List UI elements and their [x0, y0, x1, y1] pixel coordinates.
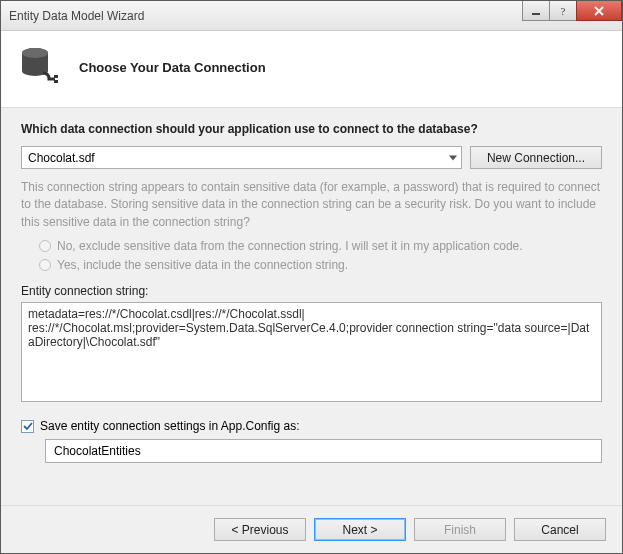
entity-name-input[interactable] [45, 439, 602, 463]
svg-rect-5 [54, 80, 58, 83]
radio-icon [39, 240, 51, 252]
next-button[interactable]: Next > [314, 518, 406, 541]
minimize-icon [530, 5, 542, 17]
wizard-body: Which data connection should your applic… [1, 108, 622, 505]
connection-dropdown[interactable]: Chocolat.sdf [21, 146, 462, 169]
wizard-window: Entity Data Model Wizard ? Choose [0, 0, 623, 554]
radio-include-label: Yes, include the sensitive data in the c… [57, 258, 348, 272]
svg-text:?: ? [561, 5, 566, 17]
save-settings-label: Save entity connection settings in App.C… [40, 419, 300, 433]
wizard-header: Choose Your Data Connection [1, 31, 622, 108]
svg-point-3 [22, 48, 48, 58]
svg-rect-0 [532, 13, 540, 15]
help-button[interactable]: ? [549, 1, 577, 21]
radio-icon [39, 259, 51, 271]
connection-selected: Chocolat.sdf [28, 151, 95, 165]
radio-exclude-label: No, exclude sensitive data from the conn… [57, 239, 523, 253]
radio-include: Yes, include the sensitive data in the c… [39, 258, 602, 272]
previous-button[interactable]: < Previous [214, 518, 306, 541]
database-icon [19, 45, 63, 89]
cancel-button[interactable]: Cancel [514, 518, 606, 541]
window-title: Entity Data Model Wizard [9, 9, 523, 23]
connection-prompt: Which data connection should your applic… [21, 122, 602, 136]
connection-row: Chocolat.sdf New Connection... [21, 146, 602, 169]
help-icon: ? [557, 5, 569, 17]
titlebar: Entity Data Model Wizard ? [1, 1, 622, 31]
close-icon [593, 5, 605, 17]
sensitive-data-info: This connection string appears to contai… [21, 179, 602, 231]
connection-string-textarea[interactable] [21, 302, 602, 402]
new-connection-button[interactable]: New Connection... [470, 146, 602, 169]
finish-button: Finish [414, 518, 506, 541]
wizard-step-title: Choose Your Data Connection [79, 60, 266, 75]
wizard-footer: < Previous Next > Finish Cancel [1, 505, 622, 553]
save-settings-row: Save entity connection settings in App.C… [21, 419, 602, 433]
close-button[interactable] [576, 1, 622, 21]
svg-rect-4 [54, 75, 58, 78]
check-icon [23, 421, 33, 431]
save-settings-checkbox[interactable] [21, 420, 34, 433]
radio-exclude: No, exclude sensitive data from the conn… [39, 239, 602, 253]
chevron-down-icon [449, 155, 457, 160]
window-controls: ? [523, 1, 622, 30]
minimize-button[interactable] [522, 1, 550, 21]
sensitive-data-radio-group: No, exclude sensitive data from the conn… [39, 239, 602, 272]
connection-string-label: Entity connection string: [21, 284, 602, 298]
